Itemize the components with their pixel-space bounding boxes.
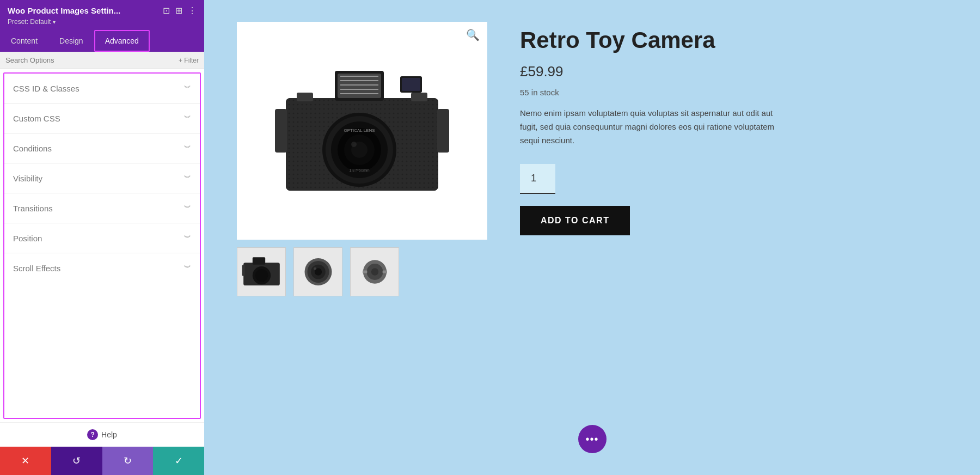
- svg-rect-25: [411, 93, 427, 101]
- accordion-header-visibility[interactable]: Visibility ︾: [4, 163, 200, 193]
- help-section: ? Help: [0, 422, 204, 447]
- accordion-label-custom-css: Custom CSS: [13, 114, 60, 123]
- thumbnail-2[interactable]: [293, 247, 342, 296]
- tab-content[interactable]: Content: [0, 30, 48, 52]
- product-layout: 🔍: [237, 22, 947, 296]
- tab-advanced[interactable]: Advanced: [94, 30, 150, 52]
- panel-title-row: Woo Product Images Settin... ⊡ ⊞ ⋮: [8, 5, 197, 16]
- thumbnail-image-3: [354, 253, 395, 291]
- tab-design[interactable]: Design: [48, 30, 94, 52]
- svg-rect-12: [402, 78, 420, 91]
- preset-row[interactable]: Preset: Default ▾: [8, 18, 197, 26]
- accordion-label-transitions: Transitions: [13, 204, 53, 213]
- filter-label: + Filter: [179, 57, 199, 64]
- accordion-header-conditions[interactable]: Conditions ︾: [4, 133, 200, 163]
- redo-button[interactable]: ↻: [102, 447, 154, 475]
- undo-button[interactable]: ↺: [51, 447, 102, 475]
- svg-rect-23: [437, 109, 449, 153]
- tabs-row: Content Design Advanced: [0, 30, 204, 52]
- accordion-item-conditions: Conditions ︾: [4, 133, 200, 163]
- svg-point-35: [314, 267, 316, 270]
- accordion-item-custom-css: Custom CSS ︾: [4, 103, 200, 133]
- svg-rect-29: [252, 257, 265, 264]
- accordion-label-css-id-classes: CSS ID & Classes: [13, 84, 79, 93]
- accordion-header-css-id-classes[interactable]: CSS ID & Classes ︾: [4, 74, 200, 103]
- svg-rect-24: [297, 93, 313, 101]
- accordion-header-transitions[interactable]: Transitions ︾: [4, 193, 200, 223]
- bottom-toolbar: ✕ ↺ ↻ ✓: [0, 447, 204, 475]
- thumbnail-image-1: [241, 253, 282, 291]
- svg-rect-30: [242, 265, 244, 276]
- quantity-input[interactable]: [520, 164, 555, 194]
- chevron-icon-visibility: ︾: [184, 173, 191, 183]
- chevron-icon-scroll-effects: ︾: [184, 263, 191, 273]
- svg-point-38: [371, 268, 378, 275]
- svg-point-28: [255, 269, 267, 282]
- product-images: 🔍: [237, 22, 487, 296]
- save-button[interactable]: ✓: [153, 447, 204, 475]
- accordion-header-scroll-effects[interactable]: Scroll Effects ︾: [4, 253, 200, 283]
- filter-button[interactable]: + Filter: [179, 57, 199, 64]
- svg-text:1:8  f=60mm: 1:8 f=60mm: [349, 168, 369, 172]
- thumbnail-image-2: [298, 253, 339, 291]
- left-panel: Woo Product Images Settin... ⊡ ⊞ ⋮ Prese…: [0, 0, 204, 475]
- add-to-cart-button[interactable]: ADD TO CART: [520, 206, 630, 235]
- cancel-button[interactable]: ✕: [0, 447, 51, 475]
- panel-title-icons: ⊡ ⊞ ⋮: [163, 5, 197, 16]
- zoom-icon[interactable]: 🔍: [466, 28, 480, 41]
- accordion-container: CSS ID & Classes ︾ Custom CSS ︾ Conditio…: [3, 72, 201, 419]
- undo-icon: ↺: [72, 455, 81, 467]
- accordion-item-position: Position ︾: [4, 223, 200, 253]
- right-content: 🔍: [204, 0, 980, 475]
- thumbnail-3[interactable]: [350, 247, 399, 296]
- svg-rect-5: [338, 74, 381, 98]
- grid-icon[interactable]: ⊞: [175, 5, 182, 16]
- chevron-icon-custom-css: ︾: [184, 113, 191, 123]
- preset-arrow-icon: ▾: [53, 19, 56, 25]
- resize-icon[interactable]: ⊡: [163, 5, 170, 16]
- accordion-item-transitions: Transitions ︾: [4, 193, 200, 223]
- accordion-label-conditions: Conditions: [13, 144, 52, 153]
- accordion-header-custom-css[interactable]: Custom CSS ︾: [4, 103, 200, 133]
- product-stock: 55 in stock: [520, 88, 947, 97]
- help-label: Help: [101, 430, 117, 439]
- chevron-icon-position: ︾: [184, 233, 191, 243]
- help-icon[interactable]: ?: [87, 429, 98, 440]
- quantity-row: [520, 164, 947, 194]
- product-price: £59.99: [520, 63, 947, 80]
- svg-text:OPTICAL LENS: OPTICAL LENS: [344, 128, 375, 133]
- accordion-item-scroll-effects: Scroll Effects ︾: [4, 253, 200, 283]
- dots-icon: •••: [585, 433, 598, 446]
- chevron-icon-css-id-classes: ︾: [184, 83, 191, 93]
- svg-rect-22: [275, 109, 287, 153]
- svg-rect-40: [382, 271, 387, 273]
- redo-icon: ↻: [124, 455, 132, 467]
- help-icon-label: ?: [90, 431, 94, 439]
- product-info: Retro Toy Camera £59.99 55 in stock Nemo…: [520, 22, 947, 235]
- more-options-icon[interactable]: ⋮: [188, 5, 197, 16]
- accordion-header-position[interactable]: Position ︾: [4, 223, 200, 253]
- add-to-cart-label: ADD TO CART: [541, 216, 609, 225]
- svg-point-19: [351, 142, 357, 147]
- chevron-icon-transitions: ︾: [184, 203, 191, 213]
- product-description: Nemo enim ipsam voluptatem quia voluptas…: [520, 107, 781, 147]
- accordion-item-css-id-classes: CSS ID & Classes ︾: [4, 74, 200, 103]
- panel-header: Woo Product Images Settin... ⊡ ⊞ ⋮ Prese…: [0, 0, 204, 30]
- accordion-item-visibility: Visibility ︾: [4, 163, 200, 193]
- accordion-label-position: Position: [13, 234, 42, 243]
- save-icon: ✓: [175, 455, 183, 467]
- product-title: Retro Toy Camera: [520, 27, 947, 53]
- svg-rect-39: [363, 271, 367, 273]
- cancel-icon: ✕: [21, 455, 29, 467]
- thumbnails-row: [237, 247, 487, 296]
- chevron-icon-conditions: ︾: [184, 143, 191, 153]
- accordion-label-scroll-effects: Scroll Effects: [13, 264, 60, 273]
- search-input[interactable]: [5, 56, 175, 64]
- main-image-container: 🔍: [237, 22, 487, 240]
- panel-title: Woo Product Images Settin...: [8, 6, 120, 15]
- floating-dots-button[interactable]: •••: [578, 425, 607, 453]
- search-row: + Filter: [0, 52, 204, 69]
- thumbnail-1[interactable]: [237, 247, 286, 296]
- accordion-label-visibility: Visibility: [13, 174, 42, 183]
- main-product-image: OPTICAL LENS 1:8 f=60mm: [270, 54, 455, 207]
